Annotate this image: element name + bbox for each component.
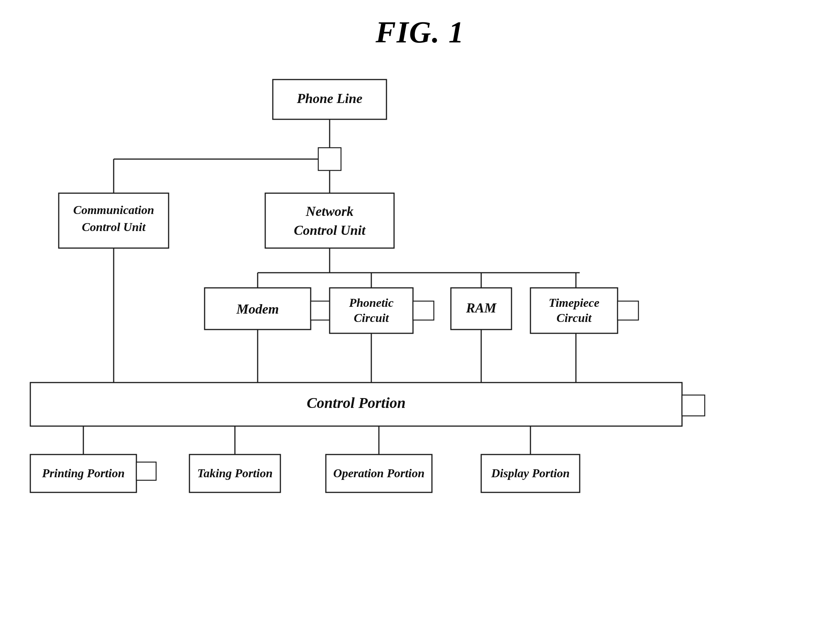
comm-control-label2: Control Unit <box>82 220 146 234</box>
network-control-box <box>265 193 394 248</box>
operation-label: Operation Portion <box>333 466 425 480</box>
timepiece-label1: Timepiece <box>549 296 599 309</box>
phonetic-label1: Phonetic <box>349 296 393 309</box>
page-title: FIG. 1 <box>0 0 840 50</box>
junction-box-1 <box>318 148 341 170</box>
taking-label: Taking Portion <box>197 466 273 480</box>
display-label: Display Portion <box>491 466 569 480</box>
modem-label: Modem <box>236 301 279 317</box>
timepiece-box <box>530 288 618 333</box>
network-control-label1: Network <box>305 204 354 219</box>
modem-connector <box>311 301 332 320</box>
network-control-label2: Control Unit <box>294 223 366 238</box>
control-portion-label: Control Portion <box>307 394 405 411</box>
timepiece-label2: Circuit <box>557 311 592 325</box>
control-connector <box>682 395 705 416</box>
phonetic-label2: Circuit <box>354 311 389 325</box>
printing-label: Printing Portion <box>42 466 125 480</box>
ram-label: RAM <box>466 300 497 316</box>
timepiece-connector <box>618 301 638 320</box>
comm-control-label1: Communication <box>73 203 154 217</box>
phonetic-connector <box>413 301 434 320</box>
phonetic-box <box>330 288 413 333</box>
phone-line-label: Phone Line <box>296 91 362 106</box>
printing-connector <box>136 462 156 480</box>
